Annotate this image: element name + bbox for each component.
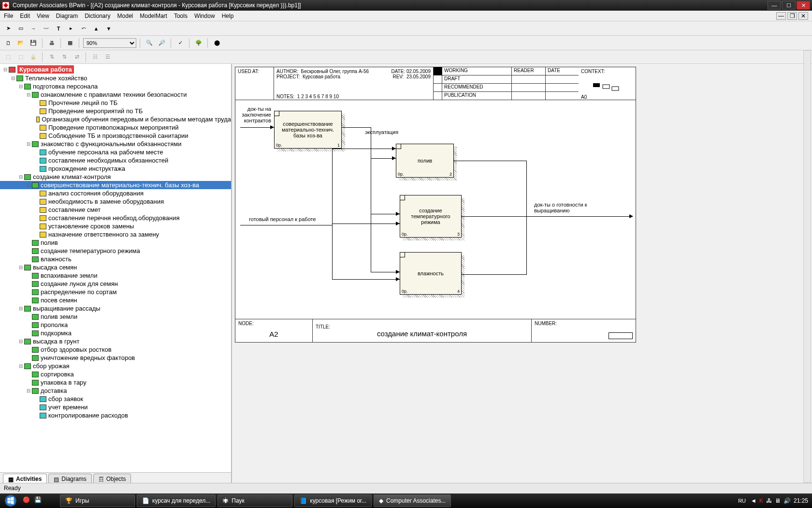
tab-diagrams[interactable]: ▤Diagrams [48,474,91,484]
tree-item[interactable]: полив земли [0,313,231,321]
tree-item[interactable]: составление перечня необход.оборудования [0,214,231,222]
mdi-restore[interactable]: ❐ [787,12,797,20]
menu-model[interactable]: Model [117,13,133,19]
quicklaunch-icon[interactable]: 🔴 [23,496,31,505]
modelmart-connect-button[interactable]: ⬤ [212,38,222,48]
tree-item[interactable]: контролирование расходов [0,411,231,419]
pointer-tool[interactable]: ➤ [3,23,14,34]
goto-sibling-up[interactable]: ▲ [91,23,102,34]
tree-item[interactable]: подкормка [0,329,231,337]
open-button[interactable]: 📂 [15,38,26,48]
goto-sibling-down[interactable]: ▼ [103,23,114,34]
mdi-minimize[interactable]: — [776,12,786,20]
tree-item[interactable]: Проведение мероприятий по ТБ [0,107,231,115]
tree-item[interactable]: ⊟ознакомление с правилами техники безопа… [0,90,231,99]
start-button[interactable] [0,493,21,508]
tree-item[interactable]: ⊟сбор урожая [0,362,231,370]
tree-item[interactable]: создание температурного режима [0,247,231,255]
print-button[interactable]: 🖶 [46,38,57,48]
menu-help[interactable]: Help [222,13,234,19]
spellcheck-button[interactable]: ✓ [175,38,186,48]
vertical-scrollbar[interactable] [803,50,811,483]
tree-item[interactable]: Прочтение леций по ТБ [0,99,231,107]
tree-item[interactable]: влажность [0,255,231,263]
activity-box-4[interactable]: влажность 0р. 4 [400,252,462,295]
tree-item[interactable]: сортировка [0,370,231,378]
taskbar-item[interactable]: 📄курсач для передел... [137,494,216,507]
menu-modelmart[interactable]: ModelMart [140,13,167,19]
goto-parent-tool[interactable]: ⤺ [78,23,89,34]
tab-objects[interactable]: ☶Objects [93,474,131,484]
tray-icon[interactable]: 🖥 [775,497,781,504]
save-button[interactable]: 💾 [28,38,39,48]
activity-box-1[interactable]: совершенствование материально-технич. ба… [274,111,342,149]
tree-item[interactable]: сбор заявок [0,395,231,403]
tree-item[interactable]: отбор здоровых ростков [0,345,231,354]
menu-edit[interactable]: Edit [20,13,30,19]
tree-item[interactable]: упаковка в тару [0,378,231,387]
tree-item[interactable]: распределение по сортам [0,288,231,296]
tree-root[interactable]: ⊟ Курсовая работа [0,65,231,74]
menu-diagram[interactable]: Diagram [56,13,78,19]
tree-item[interactable]: необходимость в замене оборудования [0,197,231,206]
quicklaunch-icon[interactable]: 💾 [34,496,43,505]
activity-box-tool[interactable]: ▭ [15,23,26,34]
tree-item[interactable]: Проведение противопожарных мероприятий [0,123,231,132]
menu-window[interactable]: Window [194,13,215,19]
tree-item[interactable]: полив [0,239,231,247]
tree-item[interactable]: составление необходимых обязанностей [0,156,231,164]
tree-item[interactable]: анализ состояния оборудования [0,189,231,197]
minimize-button[interactable]: — [768,1,781,10]
tree-item[interactable]: ⊟доставка [0,387,231,395]
mdi-close[interactable]: ✕ [798,12,808,20]
tray-icon[interactable]: 🖧 [766,497,772,504]
taskbar-item-active[interactable]: ◆Computer Associates... [374,494,451,507]
new-button[interactable]: 🗋 [3,38,14,48]
tree-item[interactable]: ⊟создание климат-контроля [0,173,231,181]
zoom-select[interactable]: 90% [83,38,136,48]
zoom-out-button[interactable]: 🔎 [157,38,167,48]
tree-item[interactable]: Организация обучения передовым и безопас… [0,115,231,123]
tray-icon[interactable]: K [759,497,763,504]
tree-item[interactable]: ⊟Тепличное хозяйство [0,74,231,82]
diagram-canvas[interactable]: USED AT: AUTHOR: Бескровный Олег, группа… [232,64,812,484]
volume-icon[interactable]: 🔊 [783,497,791,504]
tree-view[interactable]: ⊟ Курсовая работа ⊟Тепличное хозяйство ⊟… [0,64,231,472]
activity-box-2[interactable]: полив 0р. 2 [396,144,454,178]
text-tool[interactable]: T [53,23,64,34]
tree-item[interactable]: обучение персонала на рабочем месте [0,148,231,156]
taskbar-item[interactable]: 🕷Паук [218,494,292,507]
tree-item[interactable]: ⊟подготовка персонала [0,82,231,90]
tree-item[interactable]: назначение ответственного за замену [0,230,231,239]
tray-icon[interactable]: ◄ [751,497,756,504]
tree-item[interactable]: установление сроков замены [0,222,231,230]
tree-item[interactable]: ⊟высадка в грунт [0,337,231,345]
diagram-manager-tool[interactable]: ▸ [66,23,76,34]
close-button[interactable]: ✕ [797,1,810,10]
arrow-tool[interactable]: → [28,23,39,34]
menu-file[interactable]: File [4,13,13,19]
tree-item[interactable]: ⊟выращивание рассады [0,304,231,313]
tree-item[interactable]: составление смет [0,206,231,214]
report-button[interactable]: ▦ [65,38,75,48]
squiggle-tool[interactable]: 〰 [41,23,51,34]
taskbar-item[interactable]: 📘курсовая [Режим ог... [294,494,372,507]
zoom-in-button[interactable]: 🔍 [144,38,155,48]
maximize-button[interactable]: ☐ [782,1,796,10]
clock[interactable]: 21:25 [794,497,808,504]
tab-activities[interactable]: ▦Activities [3,474,47,484]
tree-item[interactable]: прохождение инструктажа [0,164,231,173]
tree-item[interactable]: уничтожение вредных факторов [0,354,231,362]
menu-view[interactable]: View [37,13,49,19]
model-explorer-button[interactable]: 🌳 [193,38,204,48]
tree-item[interactable]: Соблюдение ТБ и производственной санитар… [0,132,231,140]
tree-item[interactable]: вспахивание земли [0,271,231,280]
tree-item[interactable]: посев семян [0,296,231,304]
menu-dictionary[interactable]: Dictionary [85,13,110,19]
tree-item[interactable]: ⊟знакомство с функциональными обязанност… [0,140,231,148]
tree-item[interactable]: учет времени [0,403,231,411]
tree-item[interactable]: прополка [0,321,231,329]
activity-box-3[interactable]: создание температурного режима 0р. 3 [400,195,462,238]
language-indicator[interactable]: RU [736,498,748,504]
menu-tools[interactable]: Tools [174,13,188,19]
